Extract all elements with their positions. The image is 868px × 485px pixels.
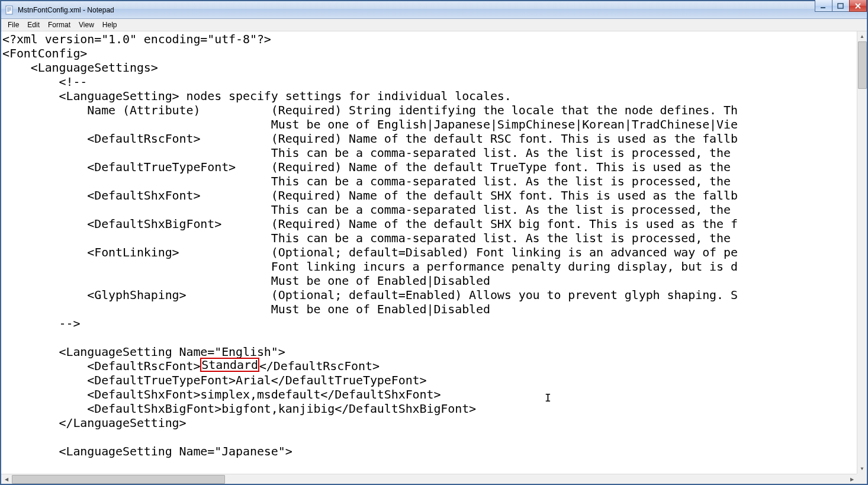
chevron-right-icon: ▶ [850,477,854,482]
text-line: <DefaultShxFont> (Required) Name of the … [2,188,738,203]
menu-file[interactable]: File [4,20,23,30]
text-line-part: </DefaultRscFont> [259,359,380,373]
maximize-button[interactable] [832,0,850,12]
scroll-down-button[interactable]: ▼ [857,464,867,474]
text-line: <DefaultTrueTypeFont> (Required) Name of… [2,160,738,174]
vertical-scroll-thumb[interactable] [858,41,867,89]
notepad-icon [5,5,14,15]
text-line: <DefaultShxBigFont> (Required) Name of t… [2,217,738,231]
scroll-corner [857,474,867,484]
text-line: Must be one of English|Japanese|SimpChin… [2,117,738,131]
text-line: <DefaultRscFont> (Required) Name of the … [2,131,738,146]
svg-rect-5 [821,7,825,8]
client-area: <?xml version="1.0" encoding="utf-8"?> <… [1,31,867,484]
text-line: <DefaultShxFont>simplex,msdefault</Defau… [2,387,441,402]
notepad-window: MstnFontConfig.xml - Notepad File Edit F… [0,0,868,485]
close-button[interactable] [849,0,867,12]
text-line: <?xml version="1.0" encoding="utf-8"?> [2,32,271,46]
text-line: Font linking incurs a performance penalt… [2,259,738,274]
text-line: <LanguageSetting Name="Japanese"> [2,444,292,458]
text-line: This can be a comma-separated list. As t… [2,146,738,160]
menu-bar: File Edit Format View Help [1,19,867,31]
menu-edit[interactable]: Edit [23,20,44,30]
menu-view[interactable]: View [75,20,98,30]
text-line: <LanguageSettings> [2,60,158,75]
text-line-part: <DefaultRscFont> [2,359,200,373]
scroll-up-button[interactable]: ▲ [857,31,867,41]
svg-rect-6 [838,4,843,8]
minimize-button[interactable] [815,0,832,12]
window-title: MstnFontConfig.xml - Notepad [18,6,864,14]
text-line: --> [2,316,80,330]
chevron-down-icon: ▼ [860,466,864,471]
horizontal-scrollbar[interactable]: ◀ ▶ [1,474,857,484]
scroll-right-button[interactable]: ▶ [847,474,857,484]
text-line: <LanguageSetting Name="English"> [2,345,285,359]
highlighted-text: Standard [200,358,259,372]
text-line: This can be a comma-separated list. As t… [2,174,738,188]
horizontal-scroll-thumb[interactable] [12,475,225,484]
chevron-up-icon: ▲ [860,34,864,39]
text-line: <GlyphShaping> (Optional; default=Enable… [2,288,738,302]
title-bar[interactable]: MstnFontConfig.xml - Notepad [1,1,867,19]
text-line: </LanguageSetting> [2,416,186,430]
text-line: <DefaultTrueTypeFont>Arial</DefaultTrueT… [2,373,426,387]
text-line: Name (Attribute) (Required) String ident… [2,103,738,117]
menu-help[interactable]: Help [98,20,121,30]
text-line: This can be a comma-separated list. As t… [2,231,738,245]
text-line: <FontLinking> (Optional; default=Disable… [2,245,738,259]
text-line: <!-- [2,75,87,89]
chevron-left-icon: ◀ [5,477,8,482]
text-line: <FontConfig> [2,46,87,60]
window-controls [815,0,867,12]
text-line: Must be one of Enabled|Disabled [2,302,490,316]
text-line: <LanguageSetting> nodes specify settings… [2,89,512,103]
text-line: <DefaultShxBigFont>bigfont,kanjibig</Def… [2,402,476,416]
text-line: This can be a comma-separated list. As t… [2,203,738,217]
text-editor[interactable]: <?xml version="1.0" encoding="utf-8"?> <… [1,31,857,474]
scroll-left-button[interactable]: ◀ [1,474,11,484]
text-cursor-icon: I [545,391,551,405]
menu-format[interactable]: Format [44,20,75,30]
text-line: Must be one of Enabled|Disabled [2,274,490,288]
vertical-scrollbar[interactable]: ▲ ▼ [857,31,867,474]
